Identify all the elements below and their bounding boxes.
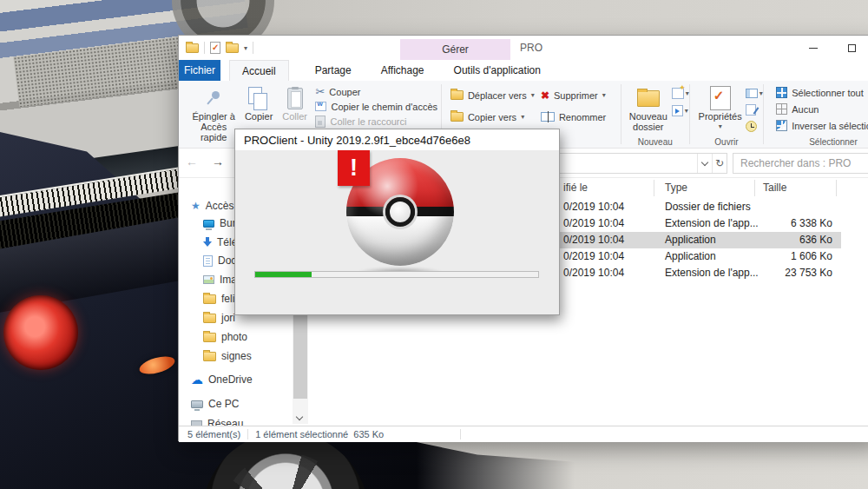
pin-to-quick-access-button[interactable]: Épingler à Accès rapide	[187, 81, 240, 148]
refresh-button[interactable]: ↻	[712, 154, 727, 173]
invert-selection-icon	[776, 120, 787, 131]
pin-label-line2: Accès rapide	[187, 122, 240, 142]
sidebar-item-photo[interactable]: photo	[203, 328, 247, 346]
new-folder-icon[interactable]	[226, 43, 239, 53]
manage-contextual-tab[interactable]: Gérer	[400, 39, 510, 60]
select-all-label: Sélectionner tout	[792, 88, 864, 98]
sidebar-item-feli[interactable]: feli	[203, 290, 234, 307]
edit-button[interactable]	[746, 102, 763, 116]
new-folder-label-line1: Nouveau	[629, 111, 667, 122]
maximize-icon	[848, 44, 856, 52]
search-input[interactable]: Rechercher dans : PRO	[733, 153, 868, 174]
history-button[interactable]	[746, 119, 763, 133]
item-count: 5 élément(s)	[187, 429, 240, 439]
image-icon	[203, 275, 214, 284]
wallpaper-car-taillight	[3, 295, 78, 370]
sidebar-item-signes[interactable]: signes	[203, 347, 252, 365]
minimize-icon	[809, 48, 818, 49]
folder-icon	[203, 294, 216, 304]
scrollbar-down-arrow-icon[interactable]	[296, 413, 303, 420]
delete-button[interactable]: ✖ Supprimer ▾	[537, 84, 621, 106]
chevron-down-icon: ▾	[719, 122, 722, 132]
minimize-button[interactable]	[793, 36, 832, 60]
copy-path-button[interactable]: Copier le chemin d'accès	[312, 99, 441, 114]
paste-shortcut-button[interactable]: Coller le raccourci	[312, 114, 441, 129]
ribbon-tab-strip: Fichier Accueil Partage Affichage Outils…	[179, 60, 868, 81]
cell-size: 1 606 Ko	[754, 250, 832, 262]
select-group: Sélectionner tout Aucun Inverser la séle…	[764, 81, 868, 148]
cell-type: Extension de l'app...	[665, 217, 759, 229]
sidebar-item-ce-pc[interactable]: Ce PC	[191, 395, 239, 413]
select-none-button[interactable]: Aucun	[773, 101, 868, 117]
rename-button[interactable]: Renommer	[537, 106, 621, 128]
chevron-down-icon: ▾	[760, 89, 763, 97]
refresh-icon: ↻	[715, 157, 724, 169]
easy-access-button[interactable]: ▾	[672, 103, 689, 117]
sidebar-item-label: Ce PC	[208, 398, 239, 410]
quick-access-toolbar: ▾	[186, 36, 253, 60]
dialog-title[interactable]: PROClient - Unity 2019.2.9f1_ebce4d76e6e…	[235, 129, 559, 150]
maximize-button[interactable]	[832, 36, 868, 60]
tab-fichier[interactable]: Fichier	[179, 60, 220, 81]
paste-shortcut-icon	[315, 116, 326, 128]
new-group: Nouveau dossier ▾ ▾ Nouveau	[621, 81, 689, 148]
copy-to-button[interactable]: Copier vers ▾	[447, 106, 537, 128]
unity-progress-dialog: PROClient - Unity 2019.2.9f1_ebce4d76e6e…	[234, 129, 560, 315]
forward-button[interactable]: →	[212, 155, 224, 169]
open-button[interactable]: ▾	[746, 86, 763, 100]
edit-icon	[746, 104, 756, 116]
sidebar-item-label: photo	[221, 331, 247, 343]
column-header-modified[interactable]: ifié le	[563, 182, 588, 194]
cell-type: Application	[665, 250, 716, 262]
tab-partage[interactable]: Partage	[303, 60, 364, 81]
divider	[253, 42, 253, 54]
chevron-down-icon[interactable]: ▾	[244, 44, 247, 52]
cell-size: 6 338 Ko	[754, 217, 832, 229]
properties-check-icon[interactable]	[210, 42, 220, 54]
move-to-button[interactable]: Déplacer vers ▾	[447, 84, 537, 106]
properties-label: Propriétés	[699, 111, 742, 122]
copy-to-folder-icon	[450, 112, 464, 122]
move-to-folder-icon	[450, 90, 464, 100]
document-icon	[203, 255, 213, 267]
new-item-button[interactable]: ▾	[672, 86, 689, 100]
address-dropdown-button[interactable]	[697, 154, 712, 173]
open-icon	[746, 89, 758, 98]
pin-label-line1: Épingler à	[192, 111, 235, 122]
new-folder-icon	[637, 90, 660, 107]
select-none-icon	[776, 103, 787, 115]
chevron-down-icon: ▾	[686, 89, 689, 97]
title-bar: ▾ Gérer PRO	[179, 36, 868, 60]
column-divider[interactable]	[836, 180, 837, 196]
invert-selection-button[interactable]: Inverser la sélection	[773, 117, 868, 134]
desktop-icon	[203, 220, 214, 228]
select-all-button[interactable]: Sélectionner tout	[773, 84, 868, 101]
sidebar-item-onedrive[interactable]: ☁OneDrive	[191, 371, 253, 388]
open-group: Propriétés ▾ ▾ Ouvrir	[690, 81, 764, 148]
sidebar-item-label: feli	[221, 293, 234, 305]
paste-shortcut-label: Coller le raccourci	[330, 116, 406, 127]
column-divider[interactable]	[654, 180, 654, 196]
sidebar-item-jori[interactable]: jori	[203, 309, 235, 327]
folder-icon	[203, 314, 216, 323]
pin-icon	[207, 89, 220, 107]
back-button[interactable]: ←	[186, 155, 198, 169]
clipboard-icon	[287, 88, 303, 109]
cut-button[interactable]: ✂ Couper	[312, 84, 441, 99]
folder-icon[interactable]	[186, 43, 199, 53]
column-divider[interactable]	[754, 180, 755, 196]
chevron-down-icon: ▾	[531, 91, 535, 99]
paste-label: Coller	[282, 111, 307, 122]
tab-affichage[interactable]: Affichage	[369, 60, 437, 81]
copy-icon	[248, 87, 269, 109]
tab-outils-application[interactable]: Outils d'application	[442, 60, 553, 81]
divider	[460, 429, 461, 439]
sidebar-item-label: signes	[221, 350, 252, 362]
cell-modified: 0/2019 10:04	[563, 267, 624, 279]
tab-accueil[interactable]: Accueil	[229, 60, 289, 81]
column-header-size[interactable]: Taille	[763, 182, 786, 194]
status-bar: 5 élément(s) 1 élément sélectionné 635 K…	[179, 426, 868, 442]
cell-type: Application	[665, 234, 716, 246]
selection-summary: 1 élément sélectionné 635 Ko	[255, 429, 384, 439]
column-header-type[interactable]: Type	[665, 182, 687, 194]
